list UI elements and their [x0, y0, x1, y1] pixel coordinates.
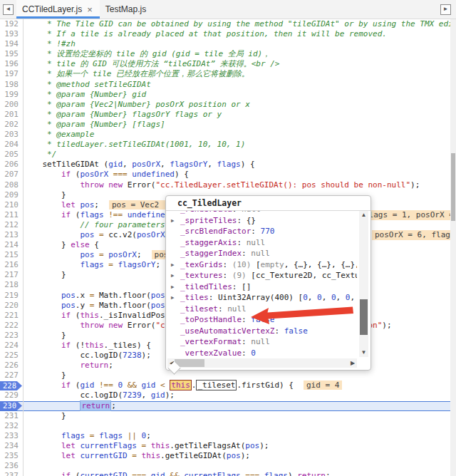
comment-token: * @example	[24, 130, 94, 139]
line-number[interactable]: 204	[0, 140, 24, 150]
property-row[interactable]: ▶_tiledTiles: []	[167, 281, 357, 293]
line-number[interactable]: 222	[0, 321, 24, 331]
hovered-this-token[interactable]: this	[170, 380, 192, 390]
code-text: if (posOrX === undefined) {	[24, 170, 456, 180]
line-number[interactable]: 201	[0, 110, 24, 120]
line-number[interactable]: 210	[0, 200, 24, 210]
scroll-right-icon[interactable]: ▶	[348, 358, 357, 368]
comment-token: * 设置给定坐标的 tile 的 gid (gid = tile 全局 id)，	[24, 49, 270, 58]
property-name: _spriteTiles	[180, 216, 237, 225]
property-row[interactable]: ▶_texGrids: (10) [empty, {…}, {…}, {…}, …	[167, 259, 357, 271]
line-number[interactable]: 198	[0, 80, 24, 90]
expand-arrow-icon[interactable]: ▶	[171, 215, 175, 227]
editor-scrollbar-thumb[interactable]	[451, 153, 455, 221]
line-number[interactable]: 231	[0, 411, 24, 421]
line-number[interactable]: 199	[0, 90, 24, 100]
line-number[interactable]: 205	[0, 150, 24, 160]
operator-token: =	[94, 250, 108, 259]
line-number[interactable]: 202	[0, 120, 24, 130]
breakpoint-tag[interactable]: 228	[0, 381, 22, 390]
line-number[interactable]: 224	[0, 341, 24, 351]
line-number[interactable]: 220	[0, 301, 24, 311]
hovered-member-token[interactable]: _tileset	[196, 380, 237, 390]
line-number[interactable]: 203	[0, 130, 24, 140]
line-number[interactable]: 197	[0, 69, 24, 79]
line-number[interactable]: 218	[0, 280, 24, 290]
line-number[interactable]: 214	[0, 240, 24, 250]
line-number[interactable]: 235	[0, 451, 24, 461]
line-number[interactable]: 237	[0, 471, 24, 476]
breakpoint-tag[interactable]: 230	[0, 401, 22, 410]
expand-arrow-icon[interactable]: ▶	[171, 292, 175, 304]
scroll-up-icon[interactable]: ▲	[359, 211, 368, 219]
line-number[interactable]: 221	[0, 311, 24, 321]
line-number[interactable]: 192	[0, 19, 24, 29]
comment-token: * The Tile GID can be obtained by using …	[24, 19, 456, 29]
property-separator: :	[242, 337, 251, 346]
line-number[interactable]: 219	[0, 291, 24, 301]
popover-vscroll-thumb[interactable]	[360, 299, 368, 335]
nav-forward-icon[interactable]: ►	[440, 4, 451, 15]
line-number[interactable]: 227	[0, 371, 24, 381]
editor-scrollbar[interactable]	[450, 19, 456, 476]
line-number[interactable]: 234	[0, 441, 24, 451]
expand-arrow-icon[interactable]: ▶	[171, 270, 175, 281]
code-text: * !#zh	[24, 39, 456, 49]
line-number[interactable]: 226	[0, 361, 24, 371]
plain-token: setTileGIDAt (	[24, 160, 108, 169]
line-number[interactable]: 228	[0, 381, 24, 390]
nav-back-icon[interactable]: ◄	[3, 4, 14, 15]
operator-token: ===	[241, 471, 264, 476]
popover-vertical-scrollbar[interactable]: ▲ ▼	[359, 211, 368, 357]
code-text	[24, 461, 456, 471]
property-value: null	[247, 238, 266, 247]
property-name: _useAutomaticVertexZ	[180, 326, 274, 336]
line-number[interactable]: 196	[0, 59, 24, 69]
line-number[interactable]: 194	[0, 39, 24, 49]
line-number[interactable]: 213	[0, 230, 24, 240]
expand-arrow-icon[interactable]: ▶	[171, 281, 175, 293]
property-row[interactable]: ▶_tiles: Uint32Array(400) [0, 0, 0, 0, 0…	[167, 292, 357, 304]
line-number[interactable]: 236	[0, 461, 24, 471]
line-number[interactable]: 229	[0, 390, 24, 400]
plain-token: ;	[94, 200, 99, 209]
line-number[interactable]: 193	[0, 29, 24, 39]
line-number[interactable]: 223	[0, 331, 24, 341]
code-line: 204 * tiledLayer.setTileGIDAt(1001, 10, …	[0, 140, 456, 150]
code-line: 203 * @example	[0, 130, 456, 140]
line-number[interactable]: 209	[0, 190, 24, 200]
line-number[interactable]: 206	[0, 160, 24, 170]
line-number[interactable]: 195	[0, 49, 24, 59]
popover-horizontal-scrollbar[interactable]: ◀ ▶	[167, 358, 357, 368]
tab-cctiledlayer[interactable]: CCTiledLayer.js ×	[16, 0, 100, 19]
code-line: 227 }	[0, 371, 456, 381]
property-row[interactable]: ▶_textures: (9) [cc_Texture2D, cc_Textur…	[167, 270, 357, 281]
line-number[interactable]: 215	[0, 250, 24, 260]
code-text: }	[24, 371, 456, 381]
line-number[interactable]: 217	[0, 270, 24, 280]
plain-token	[24, 441, 61, 450]
scroll-down-icon[interactable]: ▼	[359, 348, 368, 357]
line-number[interactable]: 230	[0, 401, 24, 411]
property-row: _tileset: null	[167, 304, 357, 315]
line-number[interactable]: 232	[0, 421, 24, 431]
code-text: let currentGID = this.getTileGIDAt(pos);	[24, 451, 456, 461]
expand-arrow-icon[interactable]: ▶	[171, 259, 175, 271]
line-number[interactable]: 208	[0, 180, 24, 190]
line-number[interactable]: 212	[0, 220, 24, 230]
line-number[interactable]: 200	[0, 100, 24, 110]
line-number[interactable]: 207	[0, 170, 24, 180]
property-value: null	[242, 211, 261, 214]
plain-token: Error(	[123, 321, 155, 330]
line-number[interactable]: 211	[0, 210, 24, 220]
devtools-sources-panel: ◄ CCTiledLayer.js × TestMap.js ► 192 * T…	[0, 0, 456, 476]
code-line: 234 let currentFlags = this.getTileFlags…	[0, 441, 456, 451]
property-row[interactable]: ▶_spriteTiles: {}	[167, 215, 357, 227]
line-number[interactable]: 233	[0, 431, 24, 441]
code-line: 208 throw new Error("cc.TiledLayer.setTi…	[0, 180, 456, 190]
close-tab-icon[interactable]: ×	[87, 5, 93, 14]
line-number[interactable]: 216	[0, 260, 24, 270]
plain-token: );	[142, 351, 151, 360]
line-number[interactable]: 225	[0, 351, 24, 361]
tab-testmap[interactable]: TestMap.js	[100, 0, 153, 19]
